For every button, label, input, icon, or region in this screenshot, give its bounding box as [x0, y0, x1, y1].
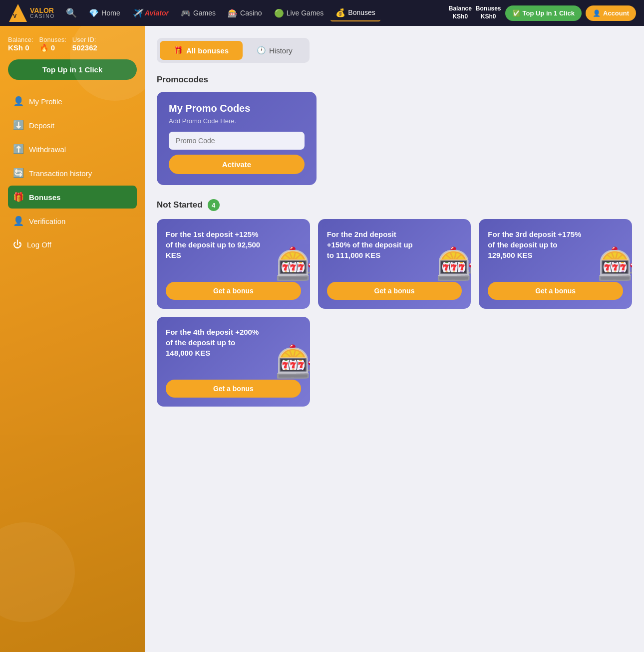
games-icon: 🎮	[181, 8, 191, 18]
sidebar-item-deposit[interactable]: ⬇️ Deposit	[8, 114, 137, 137]
topup-button-nav[interactable]: ✅ Top Up in 1 Click	[505, 5, 582, 21]
sidebar-item-transaction-history[interactable]: 🔄 Transaction history	[8, 162, 137, 185]
account-icon: 👤	[593, 9, 601, 17]
account-button[interactable]: 👤 Account	[586, 5, 636, 21]
not-started-title: Not Started	[157, 200, 203, 210]
sidebar-item-bonuses[interactable]: 🎁 Bonuses	[8, 186, 137, 209]
nav-balance: Balance KSh0	[449, 5, 472, 20]
bonus-card-4-button[interactable]: Get a bonus	[166, 380, 301, 398]
live-games-icon: 🟢	[274, 8, 284, 18]
promo-card-title: My Promo Codes	[169, 103, 305, 114]
nav-bonuses[interactable]: 💰 Bonuses	[330, 5, 380, 21]
bonuses-sidebar-icon: 🎁	[13, 192, 24, 203]
bonus-card-3-icon: 🎰	[597, 245, 632, 283]
topup-button-sidebar[interactable]: Top Up in 1 Click	[8, 59, 137, 80]
bonus-card-4: For the 4th deposit +200% of the deposit…	[157, 317, 310, 407]
not-started-header: Not Started 4	[157, 199, 632, 211]
sidebar-userid: User ID: 502362	[72, 36, 97, 52]
bonus-card-2-button[interactable]: Get a bonus	[327, 282, 462, 300]
bonus-card-4-text: For the 4th deposit +200% of the deposit…	[166, 327, 260, 358]
promo-activate-button[interactable]: Activate	[169, 155, 305, 174]
history-icon: 🔄	[13, 168, 24, 179]
sidebar-bonuses: Bonuses: 🔥 0	[39, 36, 66, 52]
bonus-card-2-icon: 🎰	[436, 245, 471, 283]
tabs-row: 🎁 All bonuses 🕐 History	[157, 38, 310, 63]
sidebar-balance: Balance: KSh 0	[8, 36, 33, 52]
svg-marker-0	[9, 4, 27, 22]
promo-card: My Promo Codes Add Promo Code Here. Acti…	[157, 92, 317, 185]
deposit-icon: ⬇️	[13, 120, 24, 131]
nav-links: 💎 Home ✈️ Aviator 🎮 Games 🎰 Casino 🟢 Liv…	[84, 5, 444, 21]
promocodes-title: Promocodes	[157, 75, 632, 85]
bonus-card-1-text: For the 1st deposit +125% of the deposit…	[166, 229, 260, 260]
bonus-card-4-icon: 🎰	[275, 343, 310, 381]
home-icon: 💎	[89, 8, 99, 18]
not-started-badge: 4	[208, 199, 220, 211]
profile-icon: 👤	[13, 96, 24, 107]
logoff-icon: ⏻	[13, 239, 22, 250]
bonus-grid-top: For the 1st deposit +125% of the deposit…	[157, 219, 632, 309]
nav-right: Balance KSh0 Bonuses KSh0 ✅ Top Up in 1 …	[449, 5, 636, 20]
sidebar-header: Balance: KSh 0 Bonuses: 🔥 0 User ID: 502…	[8, 36, 137, 52]
bonus-grid-bottom: For the 4th deposit +200% of the deposit…	[157, 317, 632, 407]
page-layout: Balance: KSh 0 Bonuses: 🔥 0 User ID: 502…	[0, 26, 644, 652]
logo-valor: VALOR	[30, 7, 55, 14]
tab-all-bonuses[interactable]: 🎁 All bonuses	[160, 41, 243, 60]
nav-live-games[interactable]: 🟢 Live Games	[269, 5, 329, 21]
nav-casino[interactable]: 🎰 Casino	[223, 5, 267, 21]
aviator-icon: ✈️	[132, 8, 142, 18]
logo-casino: CASINO	[30, 14, 55, 19]
sidebar: Balance: KSh 0 Bonuses: 🔥 0 User ID: 502…	[0, 26, 145, 652]
bonuses-icon: 💰	[335, 8, 345, 17]
search-icon: 🔍	[66, 8, 77, 18]
bonus-card-3: For the 3rd deposit +175% of the deposit…	[479, 219, 632, 309]
svg-text:V: V	[13, 13, 17, 19]
nav-bonuses-amount: Bonuses KSh0	[476, 5, 501, 20]
bonus-card-3-button[interactable]: Get a bonus	[488, 282, 623, 300]
sidebar-nav: 👤 My Profile ⬇️ Deposit ⬆️ Withdrawal 🔄 …	[8, 90, 137, 256]
logo[interactable]: V VALOR CASINO	[8, 3, 55, 23]
tab-history[interactable]: 🕐 History	[243, 41, 307, 60]
nav-aviator[interactable]: ✈️ Aviator	[127, 5, 174, 21]
topup-icon: ✅	[512, 9, 520, 17]
bonus-card-1: For the 1st deposit +125% of the deposit…	[157, 219, 310, 309]
nav-home[interactable]: 💎 Home	[84, 5, 125, 21]
withdrawal-icon: ⬆️	[13, 144, 24, 155]
sidebar-item-logoff[interactable]: ⏻ Log Off	[8, 233, 137, 256]
promo-card-subtitle: Add Promo Code Here.	[169, 117, 305, 125]
sidebar-item-verification[interactable]: 👤 Verification	[8, 210, 137, 232]
bonus-card-3-text: For the 3rd deposit +175% of the deposit…	[488, 229, 582, 260]
casino-icon: 🎰	[228, 8, 238, 18]
gift-icon: 🎁	[174, 46, 183, 55]
verification-icon: 👤	[13, 216, 24, 226]
search-button[interactable]: 🔍	[63, 4, 80, 21]
bonus-card-1-button[interactable]: Get a bonus	[166, 282, 301, 300]
clock-icon: 🕐	[257, 46, 266, 55]
nav-games[interactable]: 🎮 Games	[176, 5, 221, 21]
navbar: V VALOR CASINO 🔍 💎 Home ✈️ Aviator 🎮 Gam…	[0, 0, 644, 26]
promo-input[interactable]	[169, 132, 305, 150]
bonus-card-2-text: For the 2nd deposit +150% of the deposit…	[327, 229, 421, 260]
bonus-card-2: For the 2nd deposit +150% of the deposit…	[318, 219, 471, 309]
main-content: 🎁 All bonuses 🕐 History Promocodes My Pr…	[145, 26, 644, 652]
bonus-card-1-icon: 🎰	[275, 245, 310, 283]
sidebar-item-withdrawal[interactable]: ⬆️ Withdrawal	[8, 138, 137, 161]
sidebar-item-my-profile[interactable]: 👤 My Profile	[8, 90, 137, 113]
